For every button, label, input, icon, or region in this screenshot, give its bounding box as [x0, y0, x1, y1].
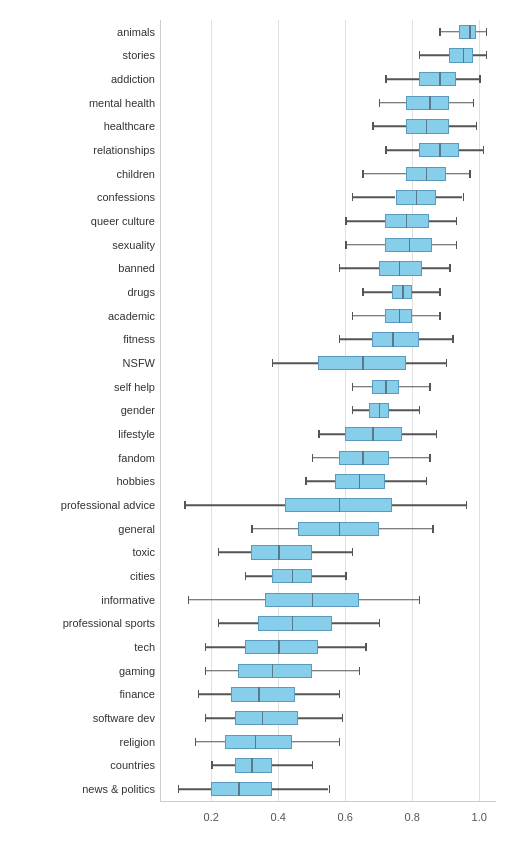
whisker-cap-left — [339, 335, 341, 343]
chart-row: relationships — [161, 138, 496, 162]
category-label: banned — [5, 262, 155, 274]
chart-row: self help — [161, 375, 496, 399]
whisker-left — [362, 291, 392, 293]
whisker-cap-left — [352, 312, 354, 320]
category-label: general — [5, 523, 155, 535]
whisker-cap-left — [385, 75, 387, 83]
category-label: professional advice — [5, 499, 155, 511]
box-plot-box — [251, 545, 311, 559]
category-label: confessions — [5, 191, 155, 203]
category-label: relationships — [5, 144, 155, 156]
chart-row: sexuality — [161, 233, 496, 257]
median-line — [278, 640, 280, 654]
whisker-right — [399, 386, 429, 388]
x-tick-label: 0.4 — [271, 811, 286, 823]
whisker-cap-right — [379, 619, 381, 627]
whisker-cap-left — [345, 241, 347, 249]
whisker-right — [412, 291, 439, 293]
chart-row: informative — [161, 588, 496, 612]
category-label: sexuality — [5, 239, 155, 251]
box-plot-box — [372, 332, 419, 346]
whisker-cap-right — [486, 51, 488, 59]
whisker-left — [305, 481, 335, 483]
whisker-cap-right — [339, 690, 341, 698]
chart-row: lifestyle — [161, 422, 496, 446]
whisker-cap-left — [205, 643, 207, 651]
whisker-left — [184, 504, 285, 506]
chart-row: addiction — [161, 67, 496, 91]
whisker-cap-left — [178, 785, 180, 793]
category-label: informative — [5, 594, 155, 606]
box-plot-box — [335, 474, 385, 488]
whisker-cap-right — [439, 312, 441, 320]
category-label: stories — [5, 49, 155, 61]
box-plot-box — [231, 687, 295, 701]
whisker-right — [432, 244, 455, 246]
box-plot-box — [235, 758, 272, 772]
whisker-cap-left — [198, 690, 200, 698]
whisker-cap-left — [218, 548, 220, 556]
x-tick-label: 0.8 — [405, 811, 420, 823]
whisker-right — [272, 788, 329, 790]
category-label: mental health — [5, 97, 155, 109]
chart-row: news & politics — [161, 777, 496, 801]
median-line — [262, 711, 264, 725]
whisker-left — [318, 433, 345, 435]
whisker-right — [312, 552, 352, 554]
whisker-right — [389, 457, 429, 459]
median-line — [392, 332, 394, 346]
box-plot-box — [245, 640, 319, 654]
chart-row: NSFW — [161, 351, 496, 375]
whisker-cap-right — [476, 122, 478, 130]
box-plot-box — [238, 664, 312, 678]
whisker-left — [205, 717, 235, 719]
category-label: healthcare — [5, 120, 155, 132]
median-line — [255, 735, 257, 749]
chart-row: hobbies — [161, 470, 496, 494]
whisker-right — [422, 268, 449, 270]
whisker-right — [449, 102, 472, 104]
whisker-right — [406, 362, 446, 364]
category-label: finance — [5, 688, 155, 700]
category-label: NSFW — [5, 357, 155, 369]
whisker-cap-left — [379, 99, 381, 107]
whisker-cap-right — [452, 335, 454, 343]
whisker-left — [178, 788, 212, 790]
box-plot-box — [385, 214, 429, 228]
whisker-right — [389, 410, 419, 412]
whisker-right — [295, 694, 339, 696]
whisker-left — [339, 268, 379, 270]
whisker-cap-left — [188, 596, 190, 604]
chart-row: mental health — [161, 91, 496, 115]
median-line — [258, 687, 260, 701]
category-label: addiction — [5, 73, 155, 85]
whisker-right — [318, 646, 365, 648]
whisker-right — [436, 197, 463, 199]
median-line — [416, 190, 418, 204]
category-label: drugs — [5, 286, 155, 298]
category-label: gaming — [5, 665, 155, 677]
median-line — [409, 238, 411, 252]
category-label: religion — [5, 736, 155, 748]
whisker-cap-right — [429, 383, 431, 391]
category-label: news & politics — [5, 783, 155, 795]
category-label: children — [5, 168, 155, 180]
chart-row: religion — [161, 730, 496, 754]
box-plot-box — [449, 48, 472, 62]
whisker-cap-right — [473, 99, 475, 107]
whisker-cap-right — [483, 146, 485, 154]
whisker-left — [272, 362, 319, 364]
chart-row: finance — [161, 683, 496, 707]
whisker-left — [218, 552, 252, 554]
whisker-right — [459, 149, 482, 151]
whisker-right — [298, 717, 342, 719]
whisker-left — [188, 599, 265, 601]
whisker-right — [312, 575, 346, 577]
median-line — [399, 261, 401, 275]
whisker-left — [251, 528, 298, 530]
whisker-cap-right — [439, 288, 441, 296]
median-line — [372, 427, 374, 441]
median-line — [439, 72, 441, 86]
chart-row: professional advice — [161, 493, 496, 517]
whisker-cap-left — [339, 264, 341, 272]
